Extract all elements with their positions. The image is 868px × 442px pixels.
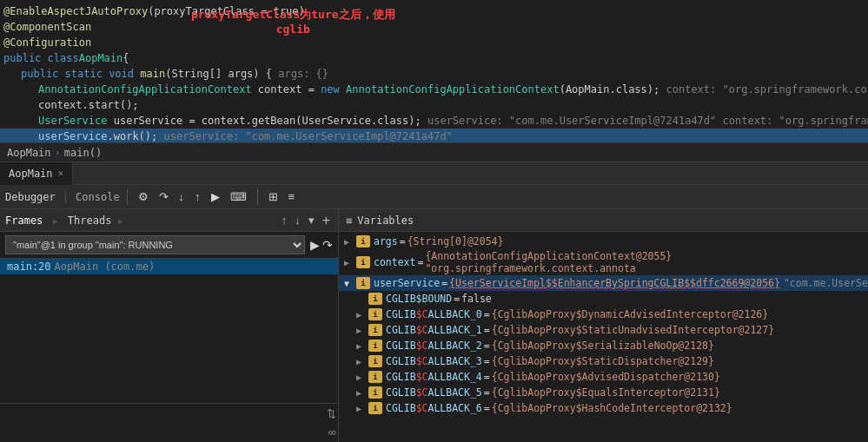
code-line-8: UserService userService = context.getBea… xyxy=(0,113,868,129)
side-icon-1[interactable]: ⇅ xyxy=(327,407,336,420)
var-cglib-cb4[interactable]: ▶ i CGLIB$CALLBACK_4 = {CglibAopProxy$Ad… xyxy=(339,369,868,385)
var-cglib-cb5[interactable]: ▶ i CGLIB$CALLBACK_5 = {CglibAopProxy$Eq… xyxy=(339,385,868,400)
var-icon-cglib-cb5: i xyxy=(368,386,382,399)
thread-controls: ↑ ↓ ▾ + xyxy=(279,212,333,229)
thread-resume-button[interactable]: ▶ xyxy=(310,238,320,252)
toolbar-settings-button[interactable]: ⚙ xyxy=(135,188,152,205)
var-icon-cglib-cb4: i xyxy=(368,371,382,383)
toolbar-evaluate-button[interactable]: ⌨ xyxy=(227,188,250,205)
var-cglib-cb1[interactable]: ▶ i CGLIB$CALLBACK_1 = {CglibAopProxy$St… xyxy=(339,322,868,338)
popup-line1: proxyTargetClass为ture之后，使用 xyxy=(191,7,395,23)
variables-list: ▶ i args = {String[0]@2054} ▶ i context … xyxy=(339,232,868,442)
code-content: proxyTargetClass为ture之后，使用 cglib @Enable… xyxy=(0,0,868,143)
code-line-7: context.start(); xyxy=(0,97,868,113)
debugger-label[interactable]: Debugger xyxy=(5,191,56,203)
right-panel: ≡ Variables ▶ i args = {String[0]@2054} … xyxy=(339,209,868,442)
thread-down-button[interactable]: ↓ xyxy=(292,213,303,228)
code-line-4: public class AopMain { xyxy=(0,50,868,66)
tab-close-button[interactable]: × xyxy=(58,168,64,179)
thread-add-button[interactable]: + xyxy=(320,212,333,229)
var-icon-cglib-cb0: i xyxy=(368,308,382,320)
var-cglib-bound[interactable]: i CGLIB$BOUND = false xyxy=(339,291,868,307)
code-line-1: @EnableAspectJAutoProxy(proxyTargetClass… xyxy=(0,3,868,19)
debug-panel: Frames ▸ Threads ▸ ↑ ↓ ▾ + "main"@1 in g… xyxy=(0,209,868,442)
var-icon-cglib-cb1: i xyxy=(368,324,382,336)
popup-line2: cglib xyxy=(191,23,395,36)
var-userservice[interactable]: ▼ i userService = {UserServiceImpl$$Enha… xyxy=(339,275,868,291)
frames-tab[interactable]: Frames xyxy=(5,214,43,227)
toolbar-step-over-button[interactable]: ↷ xyxy=(156,188,172,205)
side-icon-2[interactable]: ∞ xyxy=(328,426,336,439)
breadcrumb-class[interactable]: AopMain xyxy=(7,147,51,159)
var-icon-cglib-cb2: i xyxy=(368,340,382,352)
toolbar-memory-button[interactable]: ⊞ xyxy=(265,188,282,205)
code-line-2: @ComponentScan xyxy=(0,19,868,35)
variables-header: ≡ Variables xyxy=(339,209,868,232)
frames-list[interactable]: main:20 AopMain (com.me) xyxy=(0,259,338,403)
var-cglib-cb2[interactable]: ▶ i CGLIB$CALLBACK_2 = {CglibAopProxy$Se… xyxy=(339,338,868,353)
thread-up-button[interactable]: ↑ xyxy=(279,213,290,228)
breadcrumb: AopMain › main() xyxy=(0,143,868,162)
var-icon-cglib-cb6: i xyxy=(368,402,382,414)
code-line-6: AnnotationConfigApplicationContext conte… xyxy=(0,82,868,97)
frame-class: AopMain (com.me) xyxy=(55,261,156,273)
var-context[interactable]: ▶ i context = {AnnotationConfigApplicati… xyxy=(339,249,868,275)
frame-item-0[interactable]: main:20 AopMain (com.me) xyxy=(0,259,338,274)
thread-filter-button[interactable]: ▾ xyxy=(306,213,317,228)
var-icon-cglib-cb3: i xyxy=(368,355,382,367)
code-line-9: userService.work(); userService: "com.me… xyxy=(0,129,868,143)
tab-bar: AopMain × xyxy=(0,162,868,185)
var-icon-context: i xyxy=(356,256,370,268)
panel-header-left: Frames ▸ Threads ▸ ↑ ↓ ▾ + xyxy=(0,209,338,232)
thread-step-button[interactable]: ↷ xyxy=(322,238,333,252)
left-panel: Frames ▸ Threads ▸ ↑ ↓ ▾ + "main"@1 in g… xyxy=(0,209,339,442)
threads-tab[interactable]: Threads xyxy=(68,214,112,227)
var-cglib-cb6[interactable]: ▶ i CGLIB$CALLBACK_6 = {CglibAopProxy$Ha… xyxy=(339,400,868,416)
var-args[interactable]: ▶ i args = {String[0]@2054} xyxy=(339,234,868,249)
variables-label: Variables xyxy=(357,214,414,227)
toolbar: Debugger | Console ⚙ ↷ ↓ ↑ ▶ ⌨ ⊞ ≡ xyxy=(0,185,868,209)
tab-label: AopMain xyxy=(9,168,53,180)
var-cglib-cb0[interactable]: ▶ i CGLIB$CALLBACK_0 = {CglibAopProxy$Dy… xyxy=(339,307,868,322)
var-icon-cglib-bound: i xyxy=(368,293,382,305)
thread-icon-btns: ▶ ↷ xyxy=(310,238,333,252)
toolbar-step-into-button[interactable]: ↓ xyxy=(176,188,189,205)
annotation-popup: proxyTargetClass为ture之后，使用 cglib xyxy=(191,7,395,36)
thread-select[interactable]: "main"@1 in group "main": RUNNING xyxy=(5,235,305,254)
frame-location: main:20 xyxy=(7,261,51,273)
breadcrumb-method[interactable]: main() xyxy=(64,147,102,159)
code-line-3: @Configuration xyxy=(0,35,868,50)
tab-aopmain[interactable]: AopMain × xyxy=(0,162,73,185)
toolbar-run-cursor-button[interactable]: ▶ xyxy=(208,188,223,205)
var-icon-args: i xyxy=(356,235,370,247)
toolbar-step-out-button[interactable]: ↑ xyxy=(191,188,204,205)
code-line-5: public static void main(String[] args) {… xyxy=(0,66,868,82)
code-area: proxyTargetClass为ture之后，使用 cglib @Enable… xyxy=(0,0,868,143)
thread-dropdown-row: "main"@1 in group "main": RUNNING ▶ ↷ xyxy=(0,232,338,259)
console-label[interactable]: Console xyxy=(76,191,120,203)
var-icon-userservice: i xyxy=(356,277,370,289)
var-cglib-cb3[interactable]: ▶ i CGLIB$CALLBACK_3 = {CglibAopProxy$St… xyxy=(339,353,868,369)
toolbar-sep-1 xyxy=(127,189,128,205)
toolbar-sep-2 xyxy=(257,189,258,205)
toolbar-frames-button[interactable]: ≡ xyxy=(285,188,299,205)
